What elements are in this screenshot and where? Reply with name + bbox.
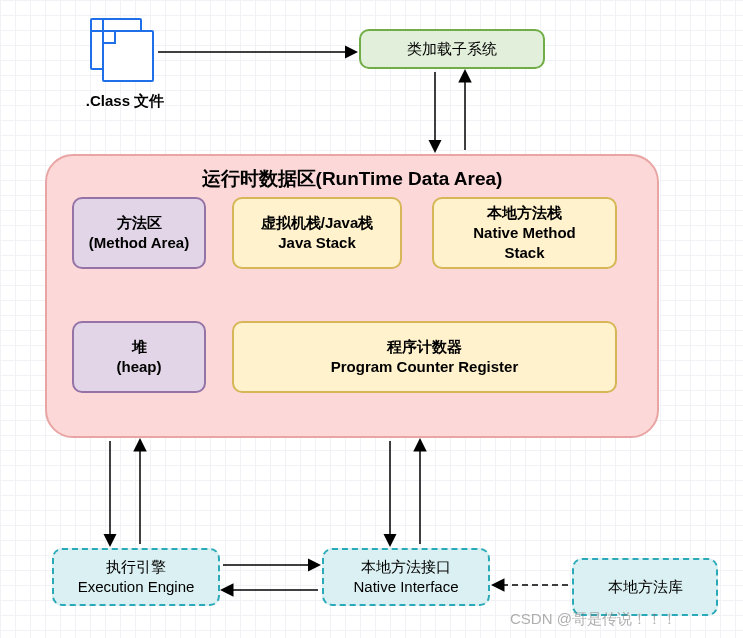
native-library-box: 本地方法库 xyxy=(572,558,718,616)
method-area-l1: 方法区 xyxy=(117,213,162,233)
java-stack-box: 虚拟机栈/Java栈 Java Stack xyxy=(232,197,402,269)
method-area-l2: (Method Area) xyxy=(89,233,189,253)
pc-l1: 程序计数器 xyxy=(387,337,462,357)
classloader-label: 类加载子系统 xyxy=(407,39,497,59)
runtime-title: 运行时数据区(RunTime Data Area) xyxy=(47,166,657,192)
exec-l2: Execution Engine xyxy=(78,577,195,597)
exec-l1: 执行引擎 xyxy=(106,557,166,577)
heap-l1: 堆 xyxy=(132,337,147,357)
ni-l1: 本地方法接口 xyxy=(361,557,451,577)
pc-register-box: 程序计数器 Program Counter Register xyxy=(232,321,617,393)
classfile-label: .Class 文件 xyxy=(70,92,180,111)
classfile-icon xyxy=(90,18,156,84)
native-stack-l1: 本地方法栈 xyxy=(487,203,562,223)
pc-l2: Program Counter Register xyxy=(331,357,519,377)
native-stack-l3: Stack xyxy=(504,243,544,263)
native-interface-box: 本地方法接口 Native Interface xyxy=(322,548,490,606)
ni-l2: Native Interface xyxy=(353,577,458,597)
java-stack-l1: 虚拟机栈/Java栈 xyxy=(261,213,374,233)
native-stack-box: 本地方法栈 Native Method Stack xyxy=(432,197,617,269)
classloader-box: 类加载子系统 xyxy=(359,29,545,69)
method-area-box: 方法区 (Method Area) xyxy=(72,197,206,269)
nl-label: 本地方法库 xyxy=(608,577,683,597)
diagram-canvas: .Class 文件 类加载子系统 运行时数据区(RunTime Data Are… xyxy=(0,0,743,638)
heap-l2: (heap) xyxy=(117,357,162,377)
java-stack-l2: Java Stack xyxy=(278,233,356,253)
heap-box: 堆 (heap) xyxy=(72,321,206,393)
execution-engine-box: 执行引擎 Execution Engine xyxy=(52,548,220,606)
native-stack-l2: Native Method xyxy=(473,223,576,243)
